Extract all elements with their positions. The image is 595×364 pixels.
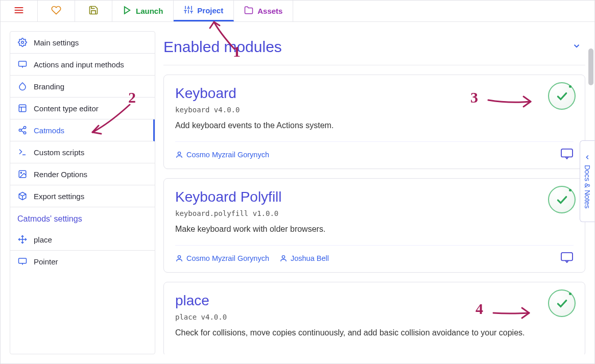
share-icon [17, 125, 28, 135]
sidebar-item-main-settings[interactable]: Main settings [10, 32, 155, 54]
module-version: keyboard.polyfill v1.0.0 [175, 209, 574, 217]
module-version: keyboard v4.0.0 [175, 106, 574, 114]
sidebar-item-custom-scripts[interactable]: Custom scripts [10, 141, 155, 163]
sidebar-item-catmods[interactable]: Catmods [10, 119, 155, 141]
sidebar-item-branding[interactable]: Branding [10, 76, 155, 98]
svg-marker-3 [125, 7, 130, 14]
svg-point-13 [21, 41, 24, 44]
sidebar-section-title: Catmods' settings [10, 207, 155, 229]
sidebar-item-label: Content type editor [34, 104, 99, 113]
chevron-left-icon [584, 154, 591, 161]
sidebar-item-actions[interactable]: Actions and input methods [10, 54, 155, 76]
svg-point-32 [178, 152, 180, 155]
svg-rect-33 [561, 149, 573, 157]
svg-point-35 [282, 256, 284, 258]
sliders-icon [184, 5, 193, 16]
module-author[interactable]: Joshua Bell [279, 254, 329, 262]
module-author[interactable]: Cosmo Myzrail Gorynych [175, 151, 269, 159]
chevron-down-icon[interactable] [572, 41, 585, 53]
hamburger-icon [14, 5, 24, 17]
sidebar-item-label: Export settings [34, 192, 84, 201]
pointer-icon [17, 256, 28, 266]
project-tab[interactable]: Project [174, 1, 234, 21]
assets-tab[interactable]: Assets [234, 1, 293, 21]
layout-icon [17, 103, 28, 113]
module-card-keyboard: Keyboard keyboard v4.0.0 Add keyboard ev… [163, 75, 585, 169]
sidebar-item-export[interactable]: Export settings [10, 185, 155, 207]
preview-icon[interactable] [560, 252, 574, 265]
module-toggle-enabled[interactable] [548, 82, 576, 110]
sidebar-item-render[interactable]: Render Options [10, 163, 155, 185]
sidebar-item-label: Render Options [34, 170, 87, 179]
monitor-icon [17, 59, 28, 69]
launch-tab[interactable]: Launch [112, 1, 174, 21]
user-icon [279, 254, 288, 262]
module-card-keyboard-polyfill: Keyboard Polyfill keyboard.polyfill v1.0… [163, 178, 585, 273]
check-icon [555, 193, 568, 206]
move-icon [17, 234, 28, 245]
svg-point-26 [20, 172, 21, 173]
check-icon [555, 89, 568, 103]
sidebar-item-label: Actions and input methods [34, 60, 124, 69]
section-title: Enabled modules [163, 38, 282, 56]
content-area: Enabled modules Keyboard keyboard v4.0.0… [163, 31, 585, 354]
save-icon [88, 5, 99, 17]
sidebar-item-content-type[interactable]: Content type editor [10, 98, 155, 119]
svg-point-21 [23, 132, 26, 134]
docs-notes-tab[interactable]: Docs & Notes [580, 140, 594, 222]
topbar: Launch Project Assets [1, 1, 594, 22]
play-icon [123, 6, 132, 16]
module-author[interactable]: Cosmo Myzrail Gorynych [175, 254, 269, 262]
terminal-icon [17, 147, 28, 157]
sidebar-item-place[interactable]: place [10, 229, 155, 251]
svg-point-19 [23, 127, 26, 129]
image-icon [17, 169, 28, 179]
svg-line-22 [21, 128, 23, 130]
sidebar-item-label: place [34, 235, 52, 244]
gear-icon [17, 37, 28, 47]
module-title: place [175, 293, 574, 309]
assets-label: Assets [257, 7, 282, 15]
module-toggle-enabled[interactable] [548, 289, 576, 317]
module-description: Add keyboard events to the Actions syste… [175, 121, 574, 130]
svg-point-20 [19, 129, 21, 132]
sidebar-item-pointer[interactable]: Pointer [10, 251, 155, 272]
favorite-button[interactable] [38, 1, 75, 21]
module-toggle-enabled[interactable] [548, 186, 576, 213]
folder-icon [244, 6, 253, 16]
scrollbar-thumb[interactable] [588, 48, 593, 85]
docs-notes-label: Docs & Notes [583, 165, 591, 209]
user-icon [175, 151, 183, 159]
user-icon [175, 254, 183, 262]
menu-button[interactable] [1, 1, 38, 21]
droplet-icon [17, 81, 28, 91]
section-header[interactable]: Enabled modules [163, 31, 585, 65]
save-button[interactable] [75, 1, 112, 21]
sidebar-item-label: Branding [34, 82, 64, 91]
module-version: place v4.0.0 [175, 313, 574, 321]
svg-rect-16 [19, 105, 26, 112]
launch-label: Launch [136, 7, 163, 15]
heart-icon [51, 5, 61, 17]
sidebar-item-label: Catmods [34, 126, 64, 135]
module-description: Make keyboard work with older browsers. [175, 225, 574, 234]
preview-icon[interactable] [560, 148, 574, 161]
module-card-place: place place v4.0.0 Check for collisions,… [163, 282, 585, 354]
sidebar-item-label: Custom scripts [34, 148, 84, 157]
sidebar-item-label: Main settings [34, 38, 79, 47]
module-title: Keyboard [175, 85, 574, 102]
check-icon [555, 297, 568, 310]
svg-rect-30 [19, 258, 27, 263]
project-sidebar: Main settings Actions and input methods … [10, 31, 155, 354]
module-title: Keyboard Polyfill [175, 189, 574, 205]
svg-rect-36 [561, 253, 573, 261]
project-label: Project [197, 6, 223, 15]
sidebar-item-label: Pointer [34, 257, 58, 266]
module-description: Check for collisions, move copies contin… [175, 328, 574, 337]
svg-line-23 [21, 131, 23, 132]
package-icon [17, 191, 28, 201]
svg-rect-14 [19, 61, 27, 66]
svg-point-34 [178, 256, 180, 258]
